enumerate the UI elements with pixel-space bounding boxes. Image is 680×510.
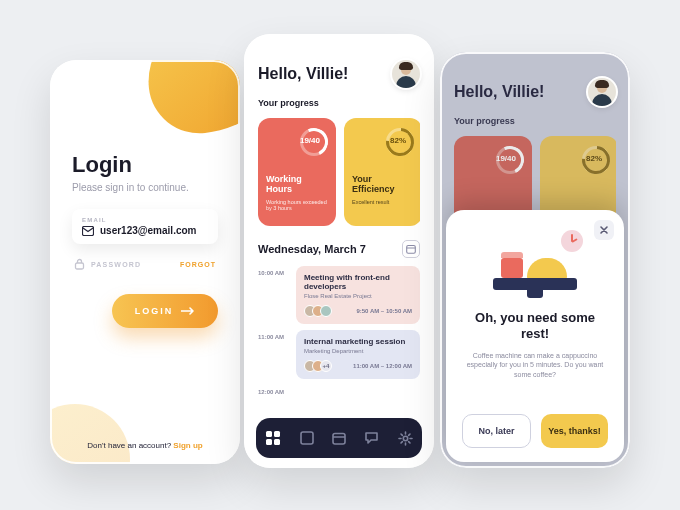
mail-icon — [82, 226, 94, 236]
modal-title: Oh, you need some rest! — [462, 310, 608, 343]
slot-time: 12:00 AM — [258, 385, 288, 395]
signup-link[interactable]: Sign up — [173, 441, 202, 450]
modal-screen: Hello, Villie! Your progress 19/40 82% T… — [440, 52, 630, 468]
tray-icon — [493, 278, 577, 290]
nav-home-icon[interactable] — [265, 430, 281, 446]
coffee-illustration — [487, 230, 583, 298]
card-efficiency[interactable]: 82% Your Efficiency Excellent result — [344, 118, 420, 226]
nav-tasks-icon[interactable] — [300, 431, 314, 445]
svg-point-9 — [403, 436, 407, 440]
event-subtitle: Marketing Department — [304, 348, 412, 354]
card-count: 19/40 — [496, 154, 516, 163]
nav-chat-icon[interactable] — [364, 431, 379, 445]
card-count: 19/40 — [300, 136, 320, 145]
croissant-icon — [527, 258, 567, 280]
progress-cards: 19/40 Working Hours Working hours exceed… — [258, 118, 420, 226]
yes-thanks-button[interactable]: Yes, thanks! — [541, 414, 608, 448]
svg-rect-3 — [266, 431, 272, 437]
attendee-avatars — [304, 305, 332, 317]
forgot-link[interactable]: FORGOT — [180, 261, 216, 268]
svg-rect-1 — [76, 263, 84, 269]
button-label: Yes, thanks! — [548, 426, 601, 436]
card-title: Working Hours — [266, 174, 328, 195]
clock-icon — [561, 230, 583, 252]
event-title: Meeting with front-end developers — [304, 273, 412, 291]
svg-rect-8 — [333, 434, 345, 445]
attendee-more: +4 — [320, 360, 332, 372]
svg-rect-5 — [266, 439, 272, 445]
nav-settings-icon[interactable] — [398, 431, 413, 446]
rest-modal: Oh, you need some rest! Coffee machine c… — [446, 210, 624, 462]
event-range: 11:00 AM – 12:00 AM — [353, 363, 412, 369]
bottom-nav — [256, 418, 422, 458]
cup-icon — [501, 258, 523, 278]
svg-rect-2 — [407, 246, 416, 254]
login-button[interactable]: LOGIN — [112, 294, 218, 328]
greeting: Hello, Villie! — [454, 83, 544, 101]
lock-icon — [74, 258, 85, 270]
section-progress: Your progress — [454, 116, 616, 126]
password-label: PASSWORD — [91, 261, 141, 268]
event-card[interactable]: Internal marketing session Marketing Dep… — [296, 330, 420, 379]
card-title: Your Efficiency — [352, 174, 414, 195]
calendar-icon[interactable] — [402, 240, 420, 258]
modal-desc: Coffee machine can make a cappuccino esp… — [462, 351, 608, 380]
login-screen: Login Please sign in to continue. EMAIL … — [50, 60, 240, 464]
svg-rect-7 — [301, 432, 313, 444]
event-subtitle: Flose Real Estate Project — [304, 293, 412, 299]
card-working-hours[interactable]: 19/40 Working Hours Working hours exceed… — [258, 118, 336, 226]
event-range: 9:50 AM – 10:50 AM — [356, 308, 412, 314]
event-title: Internal marketing session — [304, 337, 412, 346]
svg-rect-6 — [274, 439, 280, 445]
dashboard-screen: Hello, Villie! Your progress 19/40 Worki… — [244, 34, 434, 468]
card-desc: Working hours exceeded by 3 hours — [266, 199, 328, 212]
arrow-right-icon — [181, 307, 195, 315]
slot-time: 10:00 AM — [258, 266, 288, 324]
card-count: 82% — [586, 154, 602, 163]
login-subtitle: Please sign in to continue. — [72, 182, 218, 193]
no-later-button[interactable]: No, later — [462, 414, 531, 448]
card-count: 82% — [390, 136, 406, 145]
date-heading: Wednesday, March 7 — [258, 243, 366, 255]
button-label: No, later — [478, 426, 514, 436]
close-icon[interactable] — [594, 220, 614, 240]
signup-prefix: Don't have an account? — [87, 441, 173, 450]
card-desc: Excellent result — [352, 199, 414, 206]
login-title: Login — [72, 152, 218, 178]
slot-time: 11:00 AM — [258, 330, 288, 379]
email-label: EMAIL — [82, 217, 208, 223]
section-progress: Your progress — [258, 98, 420, 108]
attendee-avatars: +4 — [304, 360, 332, 372]
avatar[interactable] — [392, 60, 420, 88]
avatar[interactable] — [588, 78, 616, 106]
email-field[interactable]: EMAIL — [72, 209, 218, 244]
event-card[interactable]: Meeting with front-end developers Flose … — [296, 266, 420, 324]
svg-rect-4 — [274, 431, 280, 437]
nav-calendar-icon[interactable] — [332, 431, 346, 445]
greeting: Hello, Villie! — [258, 65, 348, 83]
login-button-label: LOGIN — [135, 306, 174, 316]
email-input[interactable] — [100, 225, 208, 236]
signup-line: Don't have an account? Sign up — [50, 441, 240, 450]
schedule: 10:00 AM Meeting with front-end develope… — [258, 266, 420, 395]
